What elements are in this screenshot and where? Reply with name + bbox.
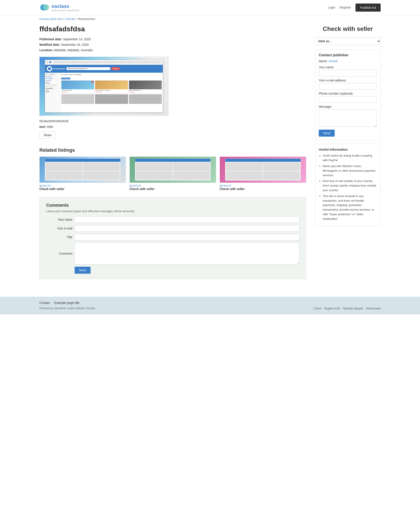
contact-your-name-input[interactable] xyxy=(319,70,377,77)
location-value-text: Adelaide, Adelaide, Australia xyxy=(54,48,93,52)
comment-email-label: Your e-mail xyxy=(46,227,73,230)
svg-point-1 xyxy=(43,4,49,11)
related-item-2: gd test #2 Check with seller xyxy=(129,156,216,191)
lang-czech[interactable]: Czech xyxy=(314,307,322,310)
related-category-2[interactable]: gd test #2 xyxy=(129,184,216,187)
site-header: osclass open source classifieds Login Re… xyxy=(0,0,420,15)
contact-email-label: Your e-mail address: xyxy=(319,79,377,82)
published-label: Published date: xyxy=(39,37,62,41)
publisher-name: Name: michal xyxy=(319,59,377,63)
publisher-name-link[interactable]: michal xyxy=(329,59,337,63)
useful-info-item-0: Avoid scams by acting locally or paying … xyxy=(323,154,377,163)
comment-form: Your name Your e-mail Title Comment Send xyxy=(46,216,299,274)
breadcrumb-category-link[interactable]: Animals xyxy=(65,17,75,21)
related-category-3[interactable]: gd test #2 xyxy=(220,184,306,187)
comment-message-textarea[interactable] xyxy=(74,242,299,264)
location: Location: Adelaide, Adelaide, Australia xyxy=(39,47,306,53)
related-title-2: Check with seller xyxy=(129,187,216,191)
breadcrumb-separator-2: > xyxy=(76,17,78,21)
related-listings-heading: Related listings xyxy=(39,147,306,153)
mark-as-select[interactable]: Mark as... Sold Paid Expired xyxy=(315,37,381,45)
useful-info-item-2: Don't buy or sell outside of your countr… xyxy=(323,179,377,192)
location-label: Location: xyxy=(39,48,53,52)
comments-subtitle: Leave your comment (spam and offensive m… xyxy=(46,209,299,213)
comment-name-input[interactable] xyxy=(74,216,299,223)
published-value-text: September 14, 2020 xyxy=(63,37,91,41)
published-date: Published date: September 14, 2020 xyxy=(39,37,306,42)
footer-bottom: Powered by classifieds scripts software … xyxy=(39,307,381,310)
breadcrumb-separator-1: > xyxy=(63,17,65,21)
comment-title-input[interactable] xyxy=(74,234,299,241)
contact-email-input[interactable] xyxy=(319,83,377,89)
comment-send-button[interactable]: Send xyxy=(74,267,91,274)
related-listings-grid: gd test #2 Check with seller xyxy=(39,156,306,191)
comment-message-label: Comment xyxy=(46,252,73,255)
breadcrumb-home-link[interactable]: Osclass dev5 test xyxy=(39,17,62,21)
contact-message-label: Message: xyxy=(319,105,377,108)
register-link[interactable]: Register xyxy=(340,6,351,9)
comments-heading: Comments xyxy=(46,203,299,208)
lang-spanish-spain[interactable]: Spanish (Spain) xyxy=(343,307,363,310)
left-column: ffdsafadsfdsa Published date: September … xyxy=(39,25,306,279)
related-item-1: gd test #2 Check with seller xyxy=(39,156,126,191)
modified-date: Modified date: September 16, 2020 xyxy=(39,42,306,47)
modified-value-text: September 16, 2020 xyxy=(61,43,89,46)
publisher-name-label: Name: xyxy=(319,59,328,63)
contact-phone-input[interactable] xyxy=(319,96,377,103)
comment-title-label: Title xyxy=(46,235,73,239)
lang-vietnamese[interactable]: Vietnamese xyxy=(366,307,381,310)
related-item-3: gd test #2 Check with seller xyxy=(220,156,306,191)
login-link[interactable]: Login xyxy=(328,6,335,9)
related-category-1[interactable]: gd test #2 xyxy=(39,184,126,187)
related-title-1: Check with seller xyxy=(39,187,126,191)
useful-info-list: Avoid scams by acting locally or paying … xyxy=(319,154,377,221)
useful-info-heading: Useful information xyxy=(319,148,377,151)
contact-send-button[interactable]: Send xyxy=(319,130,335,137)
contact-phone-group: Phone number (optional): xyxy=(319,92,377,103)
ad-image: OsclassPoint What are you looking for? S… xyxy=(39,57,168,116)
main-content: ffdsafadsfdsa Published date: September … xyxy=(0,23,420,288)
breadcrumb-current: ffdsafadsfdsa xyxy=(78,17,95,21)
related-title-3: Check with seller xyxy=(220,187,306,191)
related-thumb-2 xyxy=(129,156,216,183)
useful-info-item-3: This site is never involved in any trans… xyxy=(323,194,377,221)
site-logo-icon xyxy=(39,2,50,13)
related-thumb-1 xyxy=(39,156,126,183)
lang-english-us[interactable]: English (US) xyxy=(324,307,340,310)
contact-publisher-heading: Contact publisher xyxy=(319,53,377,57)
comments-section: Comments Leave your comment (spam and of… xyxy=(39,197,306,279)
related-thumb-3 xyxy=(220,156,306,183)
contact-message-group: Message: xyxy=(319,105,377,127)
custom-field-value-text: hello xyxy=(47,125,53,129)
contact-your-name-group: Your name: xyxy=(319,66,377,77)
footer-languages: Czech English (US) Spanish (Spain) Vietn… xyxy=(314,307,381,310)
ad-custom-field: test: hello xyxy=(39,125,306,129)
footer-powered-by: Powered by classifieds scripts software … xyxy=(39,307,95,310)
right-column: Check with seller Mark as... Sold Paid E… xyxy=(315,25,381,279)
logo-area: osclass open source classifieds xyxy=(39,2,79,13)
useful-info-box: Useful information Avoid scams by acting… xyxy=(315,144,381,226)
ad-meta: Published date: September 14, 2020 Modif… xyxy=(39,37,306,53)
custom-field-label: test: xyxy=(39,125,46,129)
contact-phone-label: Phone number (optional): xyxy=(319,92,377,95)
footer-link-example-page[interactable]: Example page title xyxy=(54,301,79,305)
contact-message-textarea[interactable] xyxy=(319,109,377,127)
main-nav: Login Register Publish Ad xyxy=(328,3,381,11)
check-with-seller-heading: Check with seller xyxy=(315,25,381,33)
contact-publisher-box: Contact publisher Name: michal Your name… xyxy=(315,49,381,140)
logo-text: osclass open source classifieds xyxy=(52,3,79,11)
ad-description: fdsafadsfdfsafdsafsdf xyxy=(39,119,306,123)
footer-links: Contact Example page title xyxy=(39,301,381,305)
useful-info-item-1: Never pay with Western Union, Moneygram … xyxy=(323,164,377,177)
related-listings: Related listings xyxy=(39,147,306,191)
contact-your-name-label: Your name: xyxy=(319,66,377,69)
modified-label: Modified date: xyxy=(39,43,60,46)
share-button[interactable]: Share xyxy=(39,132,56,139)
comment-name-label: Your name xyxy=(46,218,73,221)
breadcrumb: Osclass dev5 test > Animals > ffdsafadsf… xyxy=(0,15,420,23)
site-footer: Contact Example page title Powered by cl… xyxy=(0,297,420,314)
comment-email-input[interactable] xyxy=(74,225,299,232)
publish-ad-button[interactable]: Publish Ad xyxy=(356,3,381,11)
contact-email-group: Your e-mail address: xyxy=(319,79,377,89)
footer-link-contact[interactable]: Contact xyxy=(39,301,50,305)
